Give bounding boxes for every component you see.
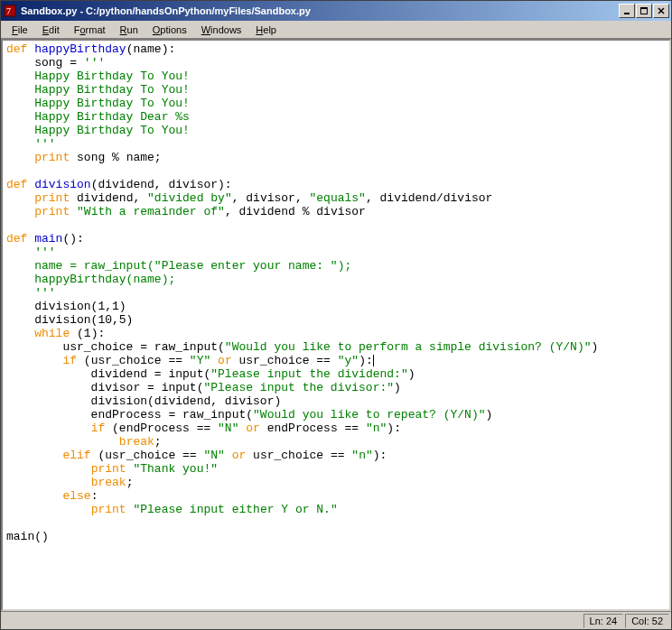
code-line[interactable] — [6, 218, 666, 232]
idle-window: 7 Sandbox.py - C:/python/handsOnPython/m… — [0, 0, 672, 630]
code-line[interactable]: main() — [6, 530, 666, 543]
code-line[interactable]: print song % name; — [6, 151, 666, 164]
code-line[interactable]: ''' — [6, 286, 666, 300]
code-line[interactable]: break; — [6, 476, 666, 489]
code-line[interactable]: Happy Birthday Dear %s — [6, 110, 666, 124]
svg-rect-4 — [640, 7, 648, 9]
code-line[interactable]: division(10,5) — [6, 313, 666, 327]
code-line[interactable] — [6, 164, 666, 178]
status-col: Col: 52 — [625, 614, 669, 628]
app-icon: 7 — [3, 4, 17, 18]
code-line[interactable]: ''' — [6, 137, 666, 151]
code-line[interactable]: ''' — [6, 246, 666, 259]
status-line: Ln: 24 — [583, 614, 624, 628]
code-line[interactable]: Happy Birthday To You! — [6, 124, 666, 137]
window-title: Sandbox.py - C:/python/handsOnPython/myF… — [21, 5, 619, 16]
maximize-button[interactable] — [636, 4, 652, 18]
code-line[interactable]: happyBirthday(name); — [6, 273, 666, 286]
code-line[interactable]: print "Please input either Y or N." — [6, 503, 666, 516]
code-line[interactable]: divisor = input("Please input the diviso… — [6, 381, 666, 394]
code-line[interactable]: usr_choice = raw_input("Would you like t… — [6, 340, 666, 354]
code-line[interactable]: name = raw_input("Please enter your name… — [6, 259, 666, 273]
code-line[interactable]: division(dividend, divisor) — [6, 394, 666, 408]
close-button[interactable] — [653, 4, 669, 18]
menu-file[interactable]: File — [5, 23, 35, 37]
code-line[interactable]: def division(dividend, divisor): — [6, 178, 666, 191]
menu-run[interactable]: Run — [113, 23, 145, 37]
titlebar[interactable]: 7 Sandbox.py - C:/python/handsOnPython/m… — [1, 1, 671, 21]
menu-windows[interactable]: Windows — [194, 23, 249, 37]
code-line[interactable]: else: — [6, 489, 666, 503]
code-line[interactable]: def happyBirthday(name): — [6, 42, 666, 56]
code-line[interactable]: division(1,1) — [6, 300, 666, 313]
code-line[interactable]: print "Thank you!" — [6, 462, 666, 476]
svg-rect-2 — [624, 13, 630, 14]
code-editor[interactable]: def happyBirthday(name): song = ''' Happ… — [3, 41, 669, 545]
code-line[interactable]: song = ''' — [6, 56, 666, 69]
menu-edit[interactable]: Edit — [35, 23, 67, 37]
code-line[interactable] — [6, 516, 666, 530]
code-line[interactable]: def main(): — [6, 232, 666, 246]
code-line[interactable]: if (endProcess == "N" or endProcess == "… — [6, 422, 666, 435]
code-line[interactable]: endProcess = raw_input("Would you like t… — [6, 408, 666, 422]
code-line[interactable]: break; — [6, 435, 666, 449]
minimize-button[interactable] — [619, 4, 635, 18]
svg-text:7: 7 — [6, 6, 11, 16]
code-line[interactable]: elif (usr_choice == "N" or usr_choice ==… — [6, 449, 666, 462]
code-line[interactable]: if (usr_choice == "Y" or usr_choice == "… — [6, 354, 666, 367]
window-controls — [619, 4, 669, 18]
menubar: FileEditFormatRunOptionsWindowsHelp — [1, 21, 671, 39]
menu-options[interactable]: Options — [145, 23, 194, 37]
text-cursor — [373, 355, 374, 366]
editor-area[interactable]: def happyBirthday(name): song = ''' Happ… — [1, 39, 671, 611]
statusbar: Ln: 24 Col: 52 — [1, 611, 671, 629]
menu-help[interactable]: Help — [248, 23, 284, 37]
code-line[interactable]: print "With a remainder of", dividend % … — [6, 205, 666, 218]
code-line[interactable]: dividend = input("Please input the divid… — [6, 367, 666, 381]
code-line[interactable]: while (1): — [6, 327, 666, 340]
code-line[interactable]: print dividend, "divided by", divisor, "… — [6, 191, 666, 205]
code-line[interactable]: Happy Birthday To You! — [6, 97, 666, 110]
code-line[interactable]: Happy Birthday To You! — [6, 83, 666, 97]
menu-format[interactable]: Format — [67, 23, 113, 37]
code-line[interactable]: Happy Birthday To You! — [6, 69, 666, 83]
